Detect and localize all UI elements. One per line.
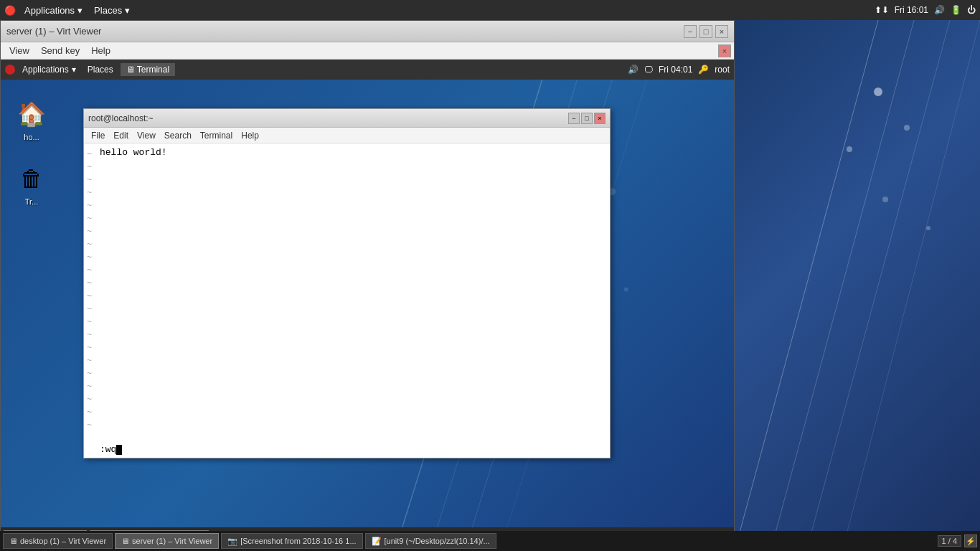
- tilde-column: ~~~~~ ~~~~~ ~~~~~ ~~~~~ ~~: [87, 146, 100, 455]
- host-battery-icon: 🔋: [951, 5, 961, 15]
- host-taskbar-pager: 1 / 4 ⚡: [938, 534, 977, 547]
- virt-viewer-menubar: View Send key Help ×: [1, 42, 734, 60]
- virt-menu-view[interactable]: View: [4, 44, 35, 57]
- host-task-server-viewer-icon: 🖥: [121, 537, 129, 545]
- host-places-menu[interactable]: Places ▾: [90, 4, 134, 17]
- host-task-screenshot[interactable]: 📷 [Screenshot from 2018-10-16 1...: [221, 533, 362, 549]
- host-task-desktop-viewer-icon: 🖥: [9, 537, 17, 545]
- svg-point-17: [926, 226, 930, 230]
- terminal-empty-space: [100, 159, 607, 443]
- host-taskbar-left: 🔴 Applications ▾ Places ▾: [4, 4, 134, 17]
- host-speaker-icon: 🔊: [934, 5, 945, 15]
- host-network-icon: ⬆⬇: [875, 5, 889, 15]
- terminal-menubar: File Edit View Search Terminal Help: [84, 128, 610, 143]
- virt-viewer-titlebar: server (1) – Virt Viewer − □ ×: [1, 21, 734, 42]
- virt-menu-sendkey[interactable]: Send key: [35, 44, 85, 57]
- guest-wallpaper: 🏠 ho... 🗑 Tr... root@localhost:~ − □ ×: [1, 80, 734, 527]
- home-folder-icon: 🏠: [14, 97, 49, 131]
- virt-viewer-window: server (1) – Virt Viewer − □ × View Send…: [0, 20, 735, 551]
- trash-label: Tr...: [25, 197, 39, 206]
- host-task-screenshot-icon: 📷: [227, 537, 237, 546]
- guest-username: root: [715, 65, 730, 75]
- guest-applications-label: Applications: [22, 65, 69, 75]
- terminal-prompt-line[interactable]: :wq: [100, 443, 607, 456]
- term-menu-view[interactable]: View: [133, 130, 160, 141]
- term-menu-edit[interactable]: Edit: [109, 130, 133, 141]
- host-task-screenshot-label: [Screenshot from 2018-10-16 1...: [240, 537, 356, 545]
- host-taskbar-right: ⬆⬇ Fri 16:01 🔊 🔋 ⏻: [875, 5, 976, 15]
- terminal-wm-btns: − □ ×: [568, 113, 606, 124]
- term-menu-search[interactable]: Search: [160, 130, 196, 141]
- term-menu-file[interactable]: File: [87, 130, 109, 141]
- svg-point-16: [882, 197, 888, 202]
- host-power-icon: ⏻: [967, 5, 976, 15]
- host-task-unit9-label: [unit9 (~/Desktop/zzl(10.14)/...: [385, 537, 490, 545]
- home-folder-label: ho...: [24, 133, 39, 141]
- terminal-titlebar: root@localhost:~ − □ ×: [84, 109, 610, 128]
- terminal-minimize-btn[interactable]: −: [568, 113, 580, 124]
- host-task-unit9[interactable]: 📝 [unit9 (~/Desktop/zzl(10.14)/...: [365, 533, 496, 549]
- guest-volume-icon: 🔊: [628, 65, 639, 75]
- terminal-output: hello world!: [100, 146, 607, 159]
- host-places-label: Places: [94, 5, 122, 16]
- svg-line-10: [771, 20, 914, 551]
- desktop-icon-trash[interactable]: 🗑 Tr...: [6, 159, 57, 209]
- host-applications-menu[interactable]: Applications ▾: [20, 4, 87, 17]
- svg-point-8: [624, 288, 628, 292]
- terminal-body[interactable]: ~~~~~ ~~~~~ ~~~~~ ~~~~~ ~~ hello world! …: [84, 143, 610, 458]
- terminal-prompt-text: :wq: [100, 443, 116, 456]
- virt-viewer-minimize-btn[interactable]: −: [684, 25, 697, 38]
- guest-datetime: Fri 04:01: [659, 65, 692, 75]
- host-task-server-viewer-label: server (1) – Virt Viewer: [132, 537, 212, 545]
- terminal-title: root@localhost:~: [88, 113, 154, 123]
- term-menu-terminal[interactable]: Terminal: [196, 130, 237, 141]
- guest-places-menu[interactable]: Places: [83, 63, 118, 76]
- terminal-content[interactable]: hello world! :wq: [100, 146, 607, 455]
- svg-point-14: [847, 146, 852, 152]
- places-arrow-icon: ▾: [125, 5, 130, 16]
- guest-user: 🔑: [698, 65, 709, 75]
- applications-arrow-icon: ▾: [77, 5, 83, 16]
- terminal-cursor: [116, 445, 122, 455]
- virt-viewer-maximize-btn[interactable]: □: [699, 25, 712, 38]
- guest-terminal-label: Terminal: [137, 65, 169, 75]
- fedora-icon: 🔴: [4, 5, 16, 16]
- host-task-desktop-viewer[interactable]: 🖥 desktop (1) – Virt Viewer: [3, 533, 113, 549]
- guest-terminal-icon: 🖥: [126, 65, 135, 75]
- virt-viewer-outer-close-btn[interactable]: ×: [718, 44, 731, 57]
- virt-viewer-close-btn[interactable]: ×: [715, 25, 728, 38]
- right-panel: [735, 20, 980, 551]
- svg-point-15: [904, 125, 910, 131]
- svg-point-13: [874, 88, 882, 96]
- guest-terminal-tab[interactable]: 🖥 Terminal: [121, 63, 175, 76]
- guest-applications-menu[interactable]: Applications ▾: [18, 63, 80, 76]
- host-pager-btn[interactable]: ⚡: [964, 534, 977, 547]
- terminal-window: root@localhost:~ − □ × File Edit View Se…: [83, 108, 611, 458]
- host-task-unit9-icon: 📝: [372, 537, 382, 546]
- virt-menu-help[interactable]: Help: [85, 44, 116, 57]
- right-panel-decoration: [735, 20, 980, 551]
- host-task-desktop-viewer-label: desktop (1) – Virt Viewer: [20, 537, 106, 545]
- host-bottom-taskbar: 🖥 desktop (1) – Virt Viewer 🖥 server (1)…: [0, 531, 980, 551]
- host-datetime: Fri 16:01: [895, 5, 928, 15]
- term-menu-help[interactable]: Help: [237, 130, 263, 141]
- terminal-maximize-btn[interactable]: □: [581, 113, 593, 124]
- guest-applications-arrow: ▾: [72, 65, 76, 75]
- trash-icon: 🗑: [14, 161, 49, 196]
- desktop-icon-home[interactable]: 🏠 ho...: [6, 94, 57, 144]
- svg-line-9: [735, 20, 878, 551]
- guest-places-label: Places: [88, 65, 113, 75]
- svg-line-12: [842, 20, 980, 551]
- host-taskbar: 🔴 Applications ▾ Places ▾ ⬆⬇ Fri 16:01 🔊…: [0, 0, 980, 20]
- guest-fedora-icon: [5, 65, 15, 75]
- guest-display-icon: 🖵: [644, 65, 653, 75]
- terminal-close-btn[interactable]: ×: [594, 113, 606, 124]
- virt-viewer-title: server (1) – Virt Viewer: [6, 26, 101, 37]
- virt-viewer-controls: − □ ×: [684, 25, 728, 38]
- host-applications-label: Applications: [24, 5, 75, 16]
- host-pager-label: 1 / 4: [938, 535, 961, 547]
- guest-panel: Applications ▾ Places 🖥 Terminal 🔊 🖵 Fri…: [1, 60, 734, 80]
- guest-desktop: Applications ▾ Places 🖥 Terminal 🔊 🖵 Fri…: [1, 60, 734, 550]
- host-task-server-viewer[interactable]: 🖥 server (1) – Virt Viewer: [115, 533, 219, 549]
- svg-line-11: [806, 20, 950, 551]
